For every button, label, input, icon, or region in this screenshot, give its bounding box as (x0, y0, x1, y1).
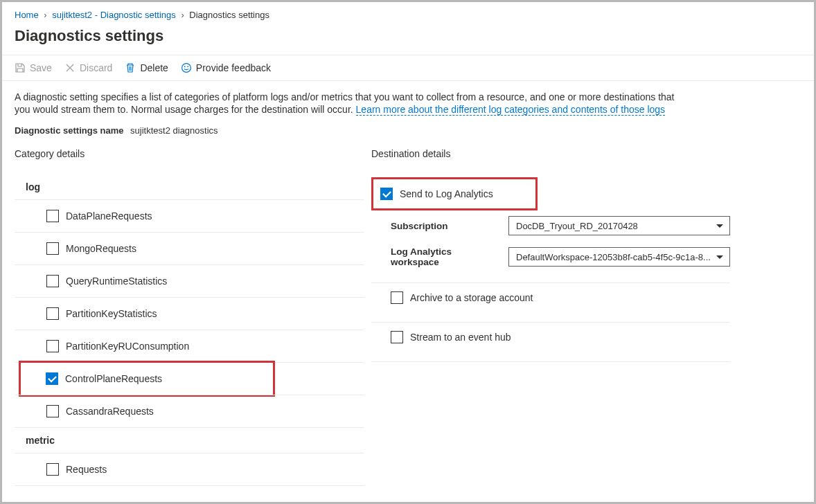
destination-details-column: Destination details Send to Log Analytic… (371, 148, 730, 486)
workspace-label: Log Analytics workspace (391, 246, 502, 267)
checkbox-row-requests[interactable]: Requests (15, 453, 364, 486)
learn-more-link[interactable]: Learn more about the different log categ… (356, 104, 665, 116)
discard-button[interactable]: Discard (64, 62, 112, 73)
checkbox[interactable] (46, 340, 59, 352)
svg-point-0 (181, 64, 190, 73)
checkbox[interactable] (46, 275, 59, 287)
feedback-label: Provide feedback (196, 62, 271, 73)
subscription-select[interactable]: DocDB_Tryout_RD_20170428 (508, 216, 730, 235)
workspace-value: DefaultWorkspace-12053b8f-cab5-4f5c-9c1a… (516, 252, 711, 262)
checkbox[interactable] (391, 291, 403, 304)
checkbox-row-mongo[interactable]: MongoRequests (15, 233, 364, 265)
setting-name-value: sujitktest2 diagnostics (130, 125, 218, 136)
chevron-right-icon: › (44, 10, 46, 20)
delete-button[interactable]: Delete (125, 62, 168, 73)
category-details-column: Category details log DataPlaneRequests M… (15, 148, 364, 486)
highlight-controlplane: ControlPlaneRequests (19, 361, 275, 397)
checkbox[interactable] (46, 307, 59, 320)
log-group-header: log (15, 174, 364, 200)
save-label: Save (30, 62, 52, 73)
highlight-send-log-analytics: Send to Log Analytics (371, 177, 538, 210)
checkbox-row-stream-eventhub[interactable]: Stream to an event hub (371, 323, 730, 352)
toolbar: Save Discard Delete Provide feedback (2, 55, 814, 80)
divider (371, 361, 730, 362)
checkbox-row-archive-storage[interactable]: Archive to a storage account (371, 283, 730, 312)
page-title: Diagnostics settings (2, 23, 814, 55)
checkbox-row-cassandra[interactable]: CassandraRequests (15, 395, 364, 428)
destination-details-title: Destination details (371, 148, 730, 159)
checkbox-row-controlplane[interactable]: ControlPlaneRequests (21, 363, 266, 395)
checkbox-row-dataplane[interactable]: DataPlaneRequests (15, 200, 364, 233)
checkbox-label: Stream to an event hub (410, 332, 511, 343)
checkbox-row-send-log-analytics[interactable]: Send to Log Analytics (373, 179, 535, 208)
checkbox-row-partitionkey[interactable]: PartitionKeyStatistics (15, 298, 364, 330)
close-icon (64, 62, 76, 73)
subscription-value: DocDB_Tryout_RD_20170428 (516, 221, 638, 231)
checkbox-label: PartitionKeyRUConsumption (66, 341, 189, 352)
category-details-title: Category details (15, 148, 364, 159)
delete-label: Delete (140, 62, 168, 73)
checkbox[interactable] (380, 188, 393, 200)
checkbox-label: DataPlaneRequests (66, 210, 152, 222)
svg-point-2 (187, 66, 188, 67)
chevron-right-icon: › (181, 10, 184, 20)
breadcrumb-current: Diagnostics settings (189, 10, 269, 20)
breadcrumb: Home › sujitktest2 - Diagnostic settings… (2, 2, 814, 23)
smiley-icon (181, 62, 192, 73)
checkbox[interactable] (46, 210, 59, 222)
checkbox[interactable] (46, 372, 58, 385)
checkbox[interactable] (46, 405, 59, 417)
checkbox-label: Archive to a storage account (410, 292, 533, 303)
checkbox-row-queryruntime[interactable]: QueryRuntimeStatistics (15, 265, 364, 298)
checkbox-label: CassandraRequests (66, 406, 154, 417)
breadcrumb-home-link[interactable]: Home (15, 10, 39, 20)
checkbox[interactable] (46, 242, 59, 255)
metric-group-header: metric (15, 428, 364, 453)
breadcrumb-resource-link[interactable]: sujitktest2 - Diagnostic settings (52, 10, 175, 20)
save-button[interactable]: Save (15, 62, 52, 73)
trash-icon (125, 62, 136, 73)
checkbox-label: MongoRequests (66, 243, 136, 254)
checkbox-row-partitionkeyru[interactable]: PartitionKeyRUConsumption (15, 330, 364, 363)
save-icon (15, 62, 26, 73)
svg-point-1 (184, 66, 186, 67)
setting-name-row: Diagnostic settings name sujitktest2 dia… (2, 121, 814, 148)
checkbox-label: ControlPlaneRequests (65, 373, 162, 384)
checkbox[interactable] (391, 331, 403, 343)
feedback-button[interactable]: Provide feedback (181, 62, 271, 73)
subscription-field-row: Subscription DocDB_Tryout_RD_20170428 (371, 210, 730, 241)
setting-name-label: Diagnostic settings name (15, 125, 123, 136)
discard-label: Discard (80, 62, 112, 73)
checkbox[interactable] (46, 463, 59, 476)
checkbox-label: QueryRuntimeStatistics (66, 276, 167, 287)
workspace-select[interactable]: DefaultWorkspace-12053b8f-cab5-4f5c-9c1a… (508, 247, 730, 267)
checkbox-label: Requests (66, 464, 107, 475)
description-text: A diagnostic setting specifies a list of… (2, 81, 695, 121)
subscription-label: Subscription (391, 221, 502, 231)
checkbox-label: Send to Log Analytics (400, 188, 493, 199)
workspace-field-row: Log Analytics workspace DefaultWorkspace… (371, 241, 730, 273)
checkbox-label: PartitionKeyStatistics (66, 308, 157, 319)
